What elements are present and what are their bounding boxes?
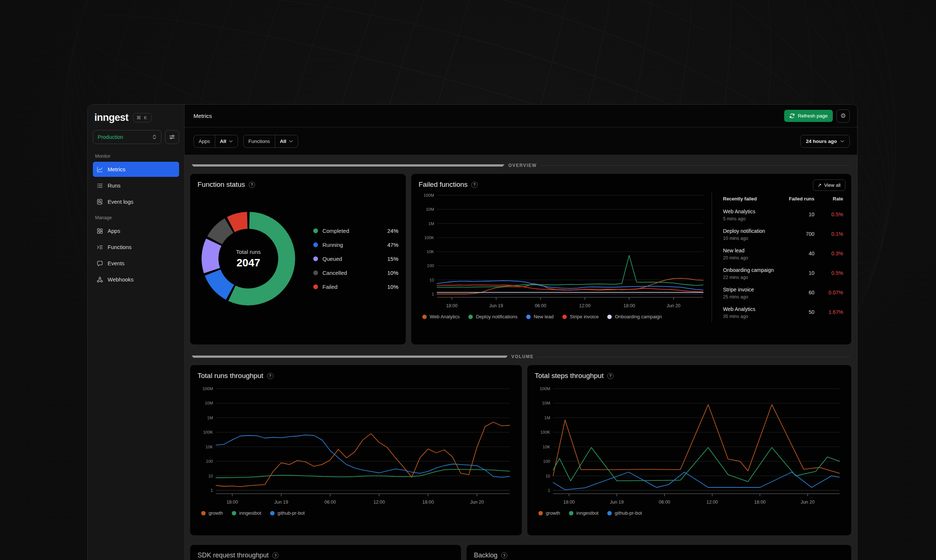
svg-text:18:00: 18:00 [754, 500, 766, 505]
gear-icon: ⚙ [840, 112, 846, 120]
legend-item: Deploy notifications [468, 314, 517, 319]
help-icon[interactable]: ? [272, 552, 279, 558]
legend-dot [607, 511, 612, 515]
svg-text:10: 10 [429, 278, 434, 282]
apps-filter-label: Apps [194, 135, 215, 148]
total-runs-throughput-title: Total runs throughput [197, 372, 263, 380]
svg-text:Jun 20: Jun 20 [801, 500, 815, 505]
svg-text:Jun 19: Jun 19 [610, 500, 624, 505]
sidebar-item-apps[interactable]: Apps [93, 223, 179, 238]
help-icon[interactable]: ? [501, 552, 507, 558]
failed-functions-legend: Web Analytics Deploy notifications New l… [422, 314, 711, 319]
legend-item: github-pr-bot [607, 510, 642, 516]
monitor-section-label: Monitor [95, 154, 177, 159]
environment-filter-button[interactable] [165, 130, 179, 144]
legend-item: Failed10% [313, 284, 398, 290]
svg-text:100: 100 [206, 459, 213, 463]
chevron-down-icon [289, 140, 293, 143]
svg-text:Jun 20: Jun 20 [470, 500, 484, 505]
command-k-shortcut-badge[interactable]: ⌘ K [133, 113, 151, 122]
svg-text:10M: 10M [542, 401, 550, 405]
sidebar-item-events[interactable]: Events [93, 256, 179, 271]
backlog-title: Backlog [474, 552, 497, 559]
help-icon[interactable]: ? [607, 373, 614, 379]
total-steps-throughput-title: Total steps throughput [535, 372, 603, 380]
function-status-card: Function status ? Total runs 2047 Co [190, 174, 406, 345]
function-status-legend: Completed24% Running47% Queued15% Cancel… [313, 228, 398, 290]
svg-text:100K: 100K [540, 430, 550, 434]
table-row[interactable]: Web Analytics5 mins ago 10 0.5% [723, 205, 843, 225]
sidebar-item-label: Functions [108, 244, 132, 250]
external-arrow-icon: ↗ [818, 182, 822, 188]
svg-text:10: 10 [545, 474, 550, 478]
event-logs-icon [97, 198, 103, 205]
functions-filter[interactable]: Functions All [243, 135, 298, 148]
legend-item: Running47% [313, 242, 398, 248]
legend-item: New lead [526, 314, 554, 319]
sidebar-item-label: Apps [108, 228, 120, 234]
svg-text:12:00: 12:00 [373, 500, 385, 505]
legend-dot [538, 511, 543, 515]
svg-text:1M: 1M [207, 415, 213, 420]
app-window: inngest ⌘ K Production Monitor Metrics [87, 104, 857, 560]
refresh-page-button[interactable]: Refresh page [784, 110, 833, 122]
table-row[interactable]: Stripe invoice25 mins ago 60 0.07% [723, 283, 843, 303]
svg-text:10K: 10K [427, 249, 434, 254]
environment-select[interactable]: Production [93, 130, 162, 144]
legend-item: Stripe invoice [562, 314, 599, 319]
apps-filter-value: All [220, 138, 226, 144]
help-icon[interactable]: ? [267, 373, 273, 379]
refresh-icon [789, 113, 795, 118]
settings-button[interactable]: ⚙ [836, 109, 850, 123]
chevron-down-icon [840, 140, 844, 143]
table-row[interactable]: Web Analytics35 mins ago 50 1.67% [723, 303, 843, 322]
legend-dot [422, 315, 427, 319]
runs-list-icon [97, 182, 103, 189]
view-all-button[interactable]: ↗ View all [813, 179, 845, 191]
inngest-logo: inngest [94, 112, 129, 123]
sidebar-item-runs[interactable]: Runs [93, 178, 179, 193]
sidebar-item-metrics[interactable]: Metrics [93, 162, 179, 177]
overview-section-label: OVERVIEW [508, 163, 537, 168]
sidebar-item-event-logs[interactable]: Event logs [93, 194, 179, 209]
functions-filter-label: Functions [243, 135, 275, 148]
svg-text:Jun 19: Jun 19 [274, 500, 288, 505]
legend-dot [526, 315, 531, 319]
apps-grid-icon [97, 228, 103, 234]
sidebar-item-functions[interactable]: Functions [93, 240, 179, 255]
legend-dot [270, 511, 274, 515]
legend-dot [468, 315, 473, 319]
time-range-select[interactable]: 24 hours ago [801, 135, 850, 148]
chart-line-icon [97, 166, 103, 173]
svg-text:12:00: 12:00 [707, 500, 718, 505]
total-steps-throughput-chart: 100M10M1M100K10K10010118:00Jun 1906:0012… [535, 385, 844, 516]
sdk-request-throughput-title: SDK request throughput [197, 552, 269, 559]
content-scroll-area[interactable]: OVERVIEW Function status ? Total runs [185, 155, 857, 560]
svg-text:06:00: 06:00 [324, 500, 336, 505]
help-icon[interactable]: ? [471, 182, 477, 188]
table-row[interactable]: Onboarding campaign22 mins ago 10 0.5% [723, 264, 843, 283]
legend-dot [569, 511, 573, 515]
donut-center-value: 2047 [237, 257, 260, 269]
legend-dot [313, 285, 318, 289]
table-row[interactable]: New lead20 mins ago 40 0.3% [723, 244, 843, 264]
total-steps-throughput-card: Total steps throughput ? 100M10M1M100K10… [527, 365, 851, 535]
sidebar-item-webhooks[interactable]: Webhooks [93, 272, 179, 287]
function-status-donut: Total runs 2047 [200, 210, 297, 307]
svg-text:10M: 10M [205, 401, 213, 405]
help-icon[interactable]: ? [249, 182, 255, 188]
failed-functions-chart: 100M10M1M100K10K10010118:00Jun 1906:0012… [419, 192, 711, 322]
svg-text:1: 1 [548, 488, 550, 492]
sidebar: inngest ⌘ K Production Monitor Metrics [88, 105, 185, 560]
volume-section-header[interactable]: VOLUME [192, 354, 850, 359]
steps-throughput-legend: growth inngestbot github-pr-bot [538, 510, 844, 516]
legend-item: growth [201, 510, 223, 516]
sliders-icon [169, 134, 176, 140]
apps-filter[interactable]: Apps All [194, 135, 238, 148]
legend-item: inngestbot [569, 510, 599, 516]
overview-section-header[interactable]: OVERVIEW [192, 163, 850, 168]
page-title: Metrics [194, 113, 212, 119]
donut-center-label: Total runs [236, 249, 260, 255]
table-row[interactable]: Deploy notification10 mins ago 700 0.1% [723, 225, 843, 244]
legend-dot [313, 228, 318, 233]
